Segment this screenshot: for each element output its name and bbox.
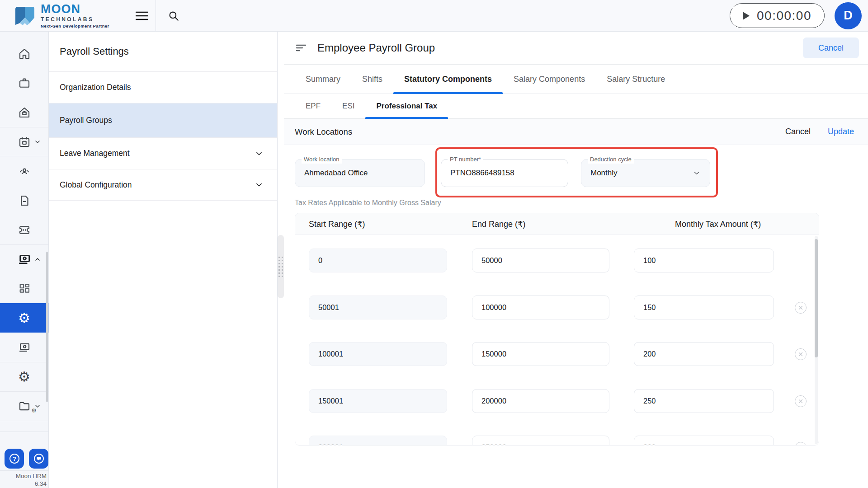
panel-splitter: [278, 32, 284, 488]
column-header-tax-amount: Monthly Tax Amount (₹): [675, 219, 761, 229]
start-range-input[interactable]: [309, 389, 447, 413]
payroll-money-icon: [17, 252, 32, 267]
help-icon: ?: [8, 452, 21, 465]
location-form-row: Work location Ahmedabad Office PT number…: [295, 159, 857, 187]
sidebar-item-file-manager[interactable]: ⚙: [0, 391, 48, 421]
sidebar-item-home[interactable]: [0, 39, 48, 68]
settings-item-label: Leave Management: [60, 149, 130, 158]
start-range-input[interactable]: [309, 249, 447, 272]
delete-row-button[interactable]: [795, 348, 807, 360]
table-row-partial: [295, 436, 819, 446]
help-button[interactable]: ?: [5, 449, 24, 469]
cancel-button[interactable]: Cancel: [803, 38, 859, 58]
topbar-divider: [156, 0, 156, 31]
section-title: Work Locations: [295, 127, 352, 137]
moon-technolabs-logo-icon: [14, 5, 36, 27]
start-range-input[interactable]: [309, 436, 447, 446]
sidebar-item-settings[interactable]: ⚙: [0, 362, 48, 391]
pt-number-field[interactable]: PT number* PTNO8866489158: [441, 159, 568, 187]
tax-rates-table: Start Range (₹) End Range (₹) Monthly Ta…: [295, 213, 819, 446]
tab-salary-structure[interactable]: Salary Structure: [596, 65, 676, 94]
app-logo[interactable]: MOON TECHNOLABS Next-Gen Development Par…: [0, 3, 136, 28]
start-range-input[interactable]: [309, 296, 447, 319]
home-office-icon: [18, 106, 31, 119]
sidebar-item-tickets[interactable]: [0, 215, 48, 244]
settings-gear-icon: ⚙: [18, 311, 30, 325]
table-row: [295, 249, 819, 296]
settings-item-leave-management[interactable]: Leave Management: [49, 137, 277, 169]
tab-summary[interactable]: Summary: [295, 65, 351, 94]
hamburger-menu-icon[interactable]: [136, 11, 148, 21]
page-title: Employee Payroll Group: [317, 42, 435, 54]
end-range-input[interactable]: [472, 342, 609, 366]
sidebar-item-payroll-dashboard[interactable]: [0, 274, 48, 303]
end-range-input[interactable]: [472, 436, 609, 446]
team-icon: [18, 164, 31, 178]
settings-item-global-configuration[interactable]: Global Configuration: [49, 169, 277, 201]
user-avatar[interactable]: D: [835, 2, 862, 29]
table-row: [295, 389, 819, 436]
sidebar-footer: ? Moon HRM 6.34: [0, 432, 48, 488]
top-bar: MOON TECHNOLABS Next-Gen Development Par…: [0, 0, 868, 32]
sidebar-item-briefcase[interactable]: [0, 68, 48, 98]
logo-tagline: Next-Gen Development Partner: [41, 24, 109, 28]
tax-amount-input[interactable]: [634, 249, 774, 272]
sidebar-item-attendance[interactable]: [0, 127, 48, 156]
payroll-settings-panel: Payroll Settings Organization Details Pa…: [49, 32, 278, 488]
subtab-bar: EPF ESI Professional Tax: [284, 94, 868, 119]
feedback-button[interactable]: [29, 449, 48, 469]
app-name: Moon HRM: [0, 472, 47, 480]
work-location-field[interactable]: Work location Ahmedabad Office: [295, 159, 425, 187]
search-icon[interactable]: [168, 10, 179, 22]
delete-row-button[interactable]: [795, 302, 807, 314]
end-range-input[interactable]: [472, 296, 609, 319]
sidebar-item-documents[interactable]: [0, 186, 48, 215]
work-location-value: Ahmedabad Office: [304, 169, 368, 178]
chevron-down-icon: [255, 180, 264, 189]
time-tracker-widget[interactable]: 00:00:00: [730, 3, 825, 28]
sidebar-item-work-home[interactable]: [0, 98, 48, 127]
sidebar-item-payroll-settings[interactable]: ⚙: [0, 303, 48, 333]
tax-amount-input[interactable]: [634, 389, 774, 413]
settings-item-organization-details[interactable]: Organization Details: [49, 71, 277, 103]
tab-shifts[interactable]: Shifts: [351, 65, 393, 94]
settings-item-payroll-groups[interactable]: Payroll Groups: [49, 103, 277, 137]
tab-salary-components[interactable]: Salary Components: [503, 65, 596, 94]
subtab-professional-tax[interactable]: Professional Tax: [365, 94, 448, 118]
panel-title: Payroll Settings: [49, 32, 277, 71]
tab-statutory-components[interactable]: Statutory Components: [393, 65, 503, 94]
sidebar-item-team[interactable]: [0, 156, 48, 186]
work-locations-bar: Work Locations Cancel Update: [284, 119, 868, 145]
settings-item-label: Global Configuration: [60, 180, 132, 190]
deduction-cycle-select[interactable]: Deduction cycle Monthly: [581, 159, 710, 187]
sidebar-item-payroll[interactable]: [0, 244, 48, 274]
chevron-down-icon: [255, 149, 264, 158]
field-label: Deduction cycle: [588, 155, 634, 164]
section-cancel-link[interactable]: Cancel: [785, 127, 811, 136]
play-icon[interactable]: [743, 12, 750, 20]
table-row: [295, 342, 819, 389]
tax-amount-input[interactable]: [634, 296, 774, 319]
delete-row-button[interactable]: [795, 395, 807, 407]
splitter-drag-handle[interactable]: [278, 235, 284, 298]
end-range-input[interactable]: [472, 249, 609, 272]
subtab-esi[interactable]: ESI: [331, 94, 365, 118]
start-range-input[interactable]: [309, 342, 447, 366]
logo-subtitle: TECHNOLABS: [41, 17, 109, 22]
sidebar-item-salary[interactable]: [0, 333, 48, 362]
subtab-epf[interactable]: EPF: [295, 94, 331, 118]
field-label: Work location: [302, 155, 342, 164]
end-range-input[interactable]: [472, 389, 609, 413]
main-content: Employee Payroll Group Cancel Summary Sh…: [284, 32, 868, 488]
table-scrollbar-thumb[interactable]: [815, 239, 818, 357]
briefcase-icon: [18, 76, 31, 90]
tax-amount-input[interactable]: [634, 436, 774, 446]
delete-row-button[interactable]: [795, 442, 807, 446]
sidebar-scrollbar[interactable]: [46, 252, 48, 402]
drag-grip-icon: [278, 257, 283, 277]
sort-lines-icon[interactable]: [296, 44, 307, 52]
tax-amount-input[interactable]: [634, 342, 774, 366]
table-body: [295, 235, 819, 446]
section-update-link[interactable]: Update: [828, 127, 854, 136]
pt-number-value: PTNO8866489158: [450, 169, 514, 178]
